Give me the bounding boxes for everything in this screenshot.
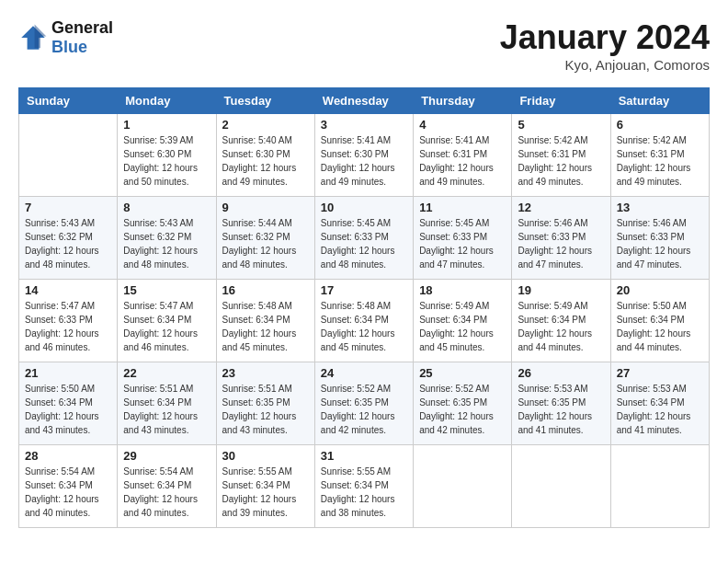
day-number: 28 <box>25 449 111 463</box>
col-header-tuesday: Tuesday <box>216 88 314 114</box>
day-number: 5 <box>518 118 604 132</box>
svg-marker-1 <box>35 25 47 49</box>
col-header-wednesday: Wednesday <box>314 88 413 114</box>
day-info: Sunrise: 5:45 AM Sunset: 6:33 PM Dayligh… <box>321 216 407 271</box>
day-number: 17 <box>321 283 407 297</box>
calendar-cell: 31Sunrise: 5:55 AM Sunset: 6:34 PM Dayli… <box>314 445 413 528</box>
day-number: 16 <box>222 283 309 297</box>
calendar-cell: 3Sunrise: 5:41 AM Sunset: 6:30 PM Daylig… <box>314 114 413 197</box>
calendar-cell <box>512 445 610 528</box>
calendar-cell: 24Sunrise: 5:52 AM Sunset: 6:35 PM Dayli… <box>314 362 413 445</box>
day-number: 8 <box>123 201 210 214</box>
calendar-cell: 4Sunrise: 5:41 AM Sunset: 6:31 PM Daylig… <box>414 114 512 197</box>
calendar-cell: 20Sunrise: 5:50 AM Sunset: 6:34 PM Dayli… <box>610 280 709 362</box>
day-number: 7 <box>25 201 111 214</box>
day-number: 25 <box>419 366 506 380</box>
day-info: Sunrise: 5:50 AM Sunset: 6:34 PM Dayligh… <box>25 382 111 437</box>
day-info: Sunrise: 5:51 AM Sunset: 6:34 PM Dayligh… <box>123 382 210 437</box>
day-info: Sunrise: 5:41 AM Sunset: 6:30 PM Dayligh… <box>321 133 407 189</box>
day-number: 1 <box>123 118 210 132</box>
title-block: January 2024 Kyo, Anjouan, Comoros <box>500 18 710 73</box>
col-header-monday: Monday <box>118 88 216 114</box>
week-row-3: 14Sunrise: 5:47 AM Sunset: 6:33 PM Dayli… <box>19 280 710 362</box>
calendar-cell: 8Sunrise: 5:43 AM Sunset: 6:32 PM Daylig… <box>118 197 216 280</box>
col-header-thursday: Thursday <box>414 88 512 114</box>
day-info: Sunrise: 5:55 AM Sunset: 6:34 PM Dayligh… <box>222 465 309 520</box>
day-info: Sunrise: 5:53 AM Sunset: 6:34 PM Dayligh… <box>617 382 703 437</box>
col-header-saturday: Saturday <box>610 88 709 114</box>
day-number: 10 <box>321 201 407 214</box>
day-info: Sunrise: 5:55 AM Sunset: 6:34 PM Dayligh… <box>321 465 407 520</box>
calendar-title: January 2024 <box>500 18 710 57</box>
week-row-4: 21Sunrise: 5:50 AM Sunset: 6:34 PM Dayli… <box>19 362 710 445</box>
day-info: Sunrise: 5:49 AM Sunset: 6:34 PM Dayligh… <box>419 299 506 354</box>
day-number: 9 <box>222 201 309 214</box>
day-info: Sunrise: 5:41 AM Sunset: 6:31 PM Dayligh… <box>419 133 506 189</box>
day-number: 27 <box>617 366 703 380</box>
calendar-cell: 27Sunrise: 5:53 AM Sunset: 6:34 PM Dayli… <box>610 362 709 445</box>
day-number: 22 <box>123 366 210 380</box>
day-number: 24 <box>321 366 407 380</box>
calendar-cell: 15Sunrise: 5:47 AM Sunset: 6:34 PM Dayli… <box>118 280 216 362</box>
day-info: Sunrise: 5:42 AM Sunset: 6:31 PM Dayligh… <box>617 133 703 189</box>
calendar-subtitle: Kyo, Anjouan, Comoros <box>500 57 710 73</box>
calendar-cell: 28Sunrise: 5:54 AM Sunset: 6:34 PM Dayli… <box>19 445 118 528</box>
day-info: Sunrise: 5:49 AM Sunset: 6:34 PM Dayligh… <box>518 299 604 354</box>
day-info: Sunrise: 5:47 AM Sunset: 6:34 PM Dayligh… <box>123 299 210 354</box>
day-info: Sunrise: 5:46 AM Sunset: 6:33 PM Dayligh… <box>617 216 703 271</box>
day-number: 2 <box>222 118 309 132</box>
week-row-5: 28Sunrise: 5:54 AM Sunset: 6:34 PM Dayli… <box>19 445 710 528</box>
day-number: 20 <box>617 283 703 297</box>
calendar-cell <box>610 445 709 528</box>
day-info: Sunrise: 5:54 AM Sunset: 6:34 PM Dayligh… <box>25 465 111 520</box>
day-info: Sunrise: 5:45 AM Sunset: 6:33 PM Dayligh… <box>419 216 506 271</box>
calendar-cell: 13Sunrise: 5:46 AM Sunset: 6:33 PM Dayli… <box>610 197 709 280</box>
day-number: 29 <box>123 449 210 463</box>
day-info: Sunrise: 5:50 AM Sunset: 6:34 PM Dayligh… <box>617 299 703 354</box>
day-info: Sunrise: 5:46 AM Sunset: 6:33 PM Dayligh… <box>518 216 604 271</box>
calendar-cell: 22Sunrise: 5:51 AM Sunset: 6:34 PM Dayli… <box>118 362 216 445</box>
calendar-cell: 10Sunrise: 5:45 AM Sunset: 6:33 PM Dayli… <box>314 197 413 280</box>
calendar-cell: 26Sunrise: 5:53 AM Sunset: 6:35 PM Dayli… <box>512 362 610 445</box>
day-number: 13 <box>617 201 703 214</box>
calendar-cell: 1Sunrise: 5:39 AM Sunset: 6:30 PM Daylig… <box>118 114 216 197</box>
day-info: Sunrise: 5:48 AM Sunset: 6:34 PM Dayligh… <box>321 299 407 354</box>
calendar-cell: 19Sunrise: 5:49 AM Sunset: 6:34 PM Dayli… <box>512 280 610 362</box>
day-number: 3 <box>321 118 407 132</box>
logo-text: General Blue <box>51 18 113 57</box>
day-info: Sunrise: 5:48 AM Sunset: 6:34 PM Dayligh… <box>222 299 309 354</box>
calendar-cell: 23Sunrise: 5:51 AM Sunset: 6:35 PM Dayli… <box>216 362 314 445</box>
calendar-cell: 11Sunrise: 5:45 AM Sunset: 6:33 PM Dayli… <box>414 197 512 280</box>
calendar-cell: 5Sunrise: 5:42 AM Sunset: 6:31 PM Daylig… <box>512 114 610 197</box>
calendar-cell: 17Sunrise: 5:48 AM Sunset: 6:34 PM Dayli… <box>314 280 413 362</box>
day-number: 26 <box>518 366 604 380</box>
day-number: 21 <box>25 366 111 380</box>
day-info: Sunrise: 5:43 AM Sunset: 6:32 PM Dayligh… <box>25 216 111 271</box>
day-info: Sunrise: 5:44 AM Sunset: 6:32 PM Dayligh… <box>222 216 309 271</box>
day-number: 30 <box>222 449 309 463</box>
calendar-cell: 6Sunrise: 5:42 AM Sunset: 6:31 PM Daylig… <box>610 114 709 197</box>
day-number: 12 <box>518 201 604 214</box>
day-number: 15 <box>123 283 210 297</box>
day-info: Sunrise: 5:52 AM Sunset: 6:35 PM Dayligh… <box>419 382 506 437</box>
calendar-cell <box>414 445 512 528</box>
calendar-cell: 14Sunrise: 5:47 AM Sunset: 6:33 PM Dayli… <box>19 280 118 362</box>
day-number: 18 <box>419 283 506 297</box>
day-number: 4 <box>419 118 506 132</box>
calendar-cell: 2Sunrise: 5:40 AM Sunset: 6:30 PM Daylig… <box>216 114 314 197</box>
day-info: Sunrise: 5:54 AM Sunset: 6:34 PM Dayligh… <box>123 465 210 520</box>
logo: General Blue <box>18 18 113 57</box>
calendar-cell: 7Sunrise: 5:43 AM Sunset: 6:32 PM Daylig… <box>19 197 118 280</box>
calendar-cell: 18Sunrise: 5:49 AM Sunset: 6:34 PM Dayli… <box>414 280 512 362</box>
calendar-cell: 21Sunrise: 5:50 AM Sunset: 6:34 PM Dayli… <box>19 362 118 445</box>
day-number: 11 <box>419 201 506 214</box>
day-number: 31 <box>321 449 407 463</box>
day-info: Sunrise: 5:53 AM Sunset: 6:35 PM Dayligh… <box>518 382 604 437</box>
day-info: Sunrise: 5:47 AM Sunset: 6:33 PM Dayligh… <box>25 299 111 354</box>
day-info: Sunrise: 5:52 AM Sunset: 6:35 PM Dayligh… <box>321 382 407 437</box>
week-row-1: 1Sunrise: 5:39 AM Sunset: 6:30 PM Daylig… <box>19 114 710 197</box>
calendar-cell: 12Sunrise: 5:46 AM Sunset: 6:33 PM Dayli… <box>512 197 610 280</box>
day-number: 14 <box>25 283 111 297</box>
calendar-cell: 29Sunrise: 5:54 AM Sunset: 6:34 PM Dayli… <box>118 445 216 528</box>
header-row: SundayMondayTuesdayWednesdayThursdayFrid… <box>19 88 710 114</box>
